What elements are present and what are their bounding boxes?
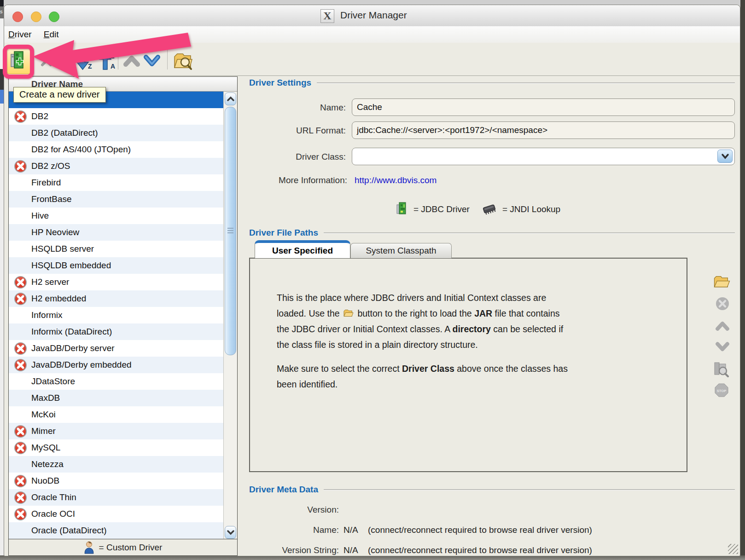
url-format-field[interactable]: jdbc:Cache://<server>:<port1972>/<namesp… — [352, 121, 735, 139]
driver-name: MaxDB — [31, 393, 60, 403]
move-path-down-button-disabled[interactable] — [715, 341, 730, 355]
background-strip-right — [740, 0, 745, 560]
person-icon — [84, 541, 94, 554]
driver-error-icon — [14, 425, 27, 438]
driver-list-item[interactable]: MaxDB — [9, 390, 223, 406]
driver-list-item[interactable]: HP Neoview — [9, 224, 223, 241]
jndi-legend-text: = JNDI Lookup — [502, 204, 560, 214]
file-paths-help-text: This is the place where JDBC drivers and… — [277, 290, 568, 392]
driver-name: DB2 (DataDirect) — [31, 128, 98, 138]
driver-list-item[interactable]: Mimer — [9, 423, 223, 439]
driver-type-legend: = JDBC Driver = JNDI Lookup — [396, 202, 560, 216]
folder-icon — [343, 309, 354, 318]
driver-list-item[interactable]: Oracle OCI — [9, 506, 223, 522]
driver-name: Firebird — [31, 178, 61, 188]
find-in-driver-icon — [713, 362, 729, 377]
file-paths-panel[interactable]: This is the place where JDBC drivers and… — [249, 258, 687, 472]
driver-name: MySQL — [31, 443, 60, 453]
driver-name: HP Neoview — [31, 227, 79, 237]
open-file-button[interactable] — [713, 274, 731, 292]
version-string-value: N/A — [343, 545, 358, 555]
version-string-note: (connect/reconnect required to browse re… — [368, 545, 592, 555]
driver-file-paths-section: Driver File Paths — [249, 228, 735, 238]
driver-list-item[interactable]: DB2 (DataDirect) — [9, 125, 223, 141]
driver-list-item[interactable]: DB2 — [9, 108, 223, 125]
stop-button-disabled[interactable]: STOP — [715, 383, 728, 399]
driver-list-item[interactable]: FrontBase — [9, 191, 223, 208]
driver-list-item[interactable]: DB2 z/OS — [9, 158, 223, 174]
driver-error-icon — [14, 491, 27, 504]
window-title: Driver Manager — [340, 10, 407, 21]
jndi-lookup-icon — [482, 203, 497, 215]
close-button[interactable] — [12, 12, 23, 22]
find-classes-button-disabled[interactable] — [713, 362, 729, 379]
driver-error-icon — [14, 474, 27, 488]
driver-name: DB2 z/OS — [31, 161, 70, 171]
minimize-button[interactable] — [31, 12, 41, 22]
open-folder-icon — [713, 274, 731, 290]
more-information-link[interactable]: http://www.dbvis.com — [355, 175, 437, 185]
driver-error-icon — [14, 110, 27, 123]
stop-sign-icon: STOP — [715, 383, 728, 397]
driver-list-item[interactable]: Hive — [9, 208, 223, 224]
driver-list-item[interactable]: McKoi — [9, 406, 223, 423]
driver-list-item[interactable]: JavaDB/Derby server — [9, 340, 223, 357]
meta-name-label: Name: — [234, 525, 339, 535]
driver-name: H2 embedded — [31, 294, 86, 304]
move-path-up-button-disabled[interactable] — [715, 319, 730, 334]
driver-error-icon — [14, 358, 27, 372]
driver-list-item[interactable]: JavaDB/Derby embedded — [9, 357, 223, 373]
driver-name: JDataStore — [31, 376, 75, 387]
dropdown-chevron-icon — [721, 153, 729, 160]
driver-list-item[interactable]: NuoDB — [9, 473, 223, 489]
driver-list-item[interactable]: Oracle Thin — [9, 489, 223, 506]
remove-circle-icon — [715, 296, 730, 311]
driver-class-combobox[interactable] — [352, 148, 735, 165]
background-window-strip: s — [0, 0, 4, 560]
tab-system-classpath[interactable]: System Classpath — [350, 243, 452, 258]
driver-list-item[interactable]: HSQLDB server — [9, 241, 223, 257]
driver-list-item[interactable]: H2 server — [9, 274, 223, 290]
driver-list-item[interactable]: Oracle (DataDirect) — [9, 522, 223, 539]
driver-name: Informix — [31, 310, 63, 320]
driver-error-icon — [14, 342, 27, 355]
version-string-label: Version String: — [234, 545, 339, 555]
driver-error-icon — [14, 292, 27, 306]
driver-name: HSQLDB server — [31, 244, 94, 254]
driver-name: HSQLDB embedded — [31, 260, 111, 271]
driver-list-item[interactable]: MySQL — [9, 439, 223, 456]
driver-name: Oracle OCI — [31, 509, 75, 519]
remove-path-button-disabled[interactable] — [715, 296, 730, 313]
chevron-down-icon — [715, 341, 730, 353]
custom-driver-legend: = Custom Driver — [9, 539, 237, 555]
driver-list-item[interactable]: HSQLDB embedded — [9, 257, 223, 274]
driver-list-item[interactable]: DB2 for AS/400 (JTOpen) — [9, 141, 223, 158]
driver-settings-heading: Driver Settings — [249, 78, 311, 88]
driver-manager-window: X Driver Manager DriverEdit — [4, 5, 740, 556]
zoom-button[interactable] — [49, 12, 59, 22]
window-resize-grip[interactable] — [728, 544, 738, 554]
version-label: Version: — [234, 505, 339, 515]
driver-error-icon — [14, 276, 27, 289]
scrollbar-thumb[interactable] — [225, 107, 236, 355]
driver-list-item[interactable]: Informix (DataDirect) — [9, 323, 223, 340]
driver-name: FrontBase — [31, 194, 72, 204]
meta-name-value: N/A — [343, 525, 358, 535]
driver-name: Oracle (DataDirect) — [31, 525, 107, 536]
chevron-up-icon — [715, 319, 730, 332]
driver-error-icon — [14, 441, 27, 455]
name-field[interactable]: Cache — [352, 98, 735, 116]
svg-text:STOP: STOP — [717, 389, 726, 393]
driver-list-item[interactable]: H2 embedded — [9, 290, 223, 307]
driver-list-item[interactable]: Informix — [9, 307, 223, 323]
tab-user-specified[interactable]: User Specified — [255, 240, 350, 258]
driver-name: Oracle Thin — [31, 492, 76, 502]
driver-list-item[interactable]: Firebird — [9, 174, 223, 191]
driver-name: Netezza — [31, 459, 64, 469]
driver-class-dropdown-button[interactable] — [717, 150, 733, 163]
driver-list-item[interactable]: Netezza — [9, 456, 223, 473]
driver-name: NuoDB — [31, 476, 59, 486]
scroll-down-icon — [227, 530, 234, 535]
driver-list-item[interactable]: JDataStore — [9, 373, 223, 390]
jdbc-legend-text: = JDBC Driver — [413, 204, 470, 214]
